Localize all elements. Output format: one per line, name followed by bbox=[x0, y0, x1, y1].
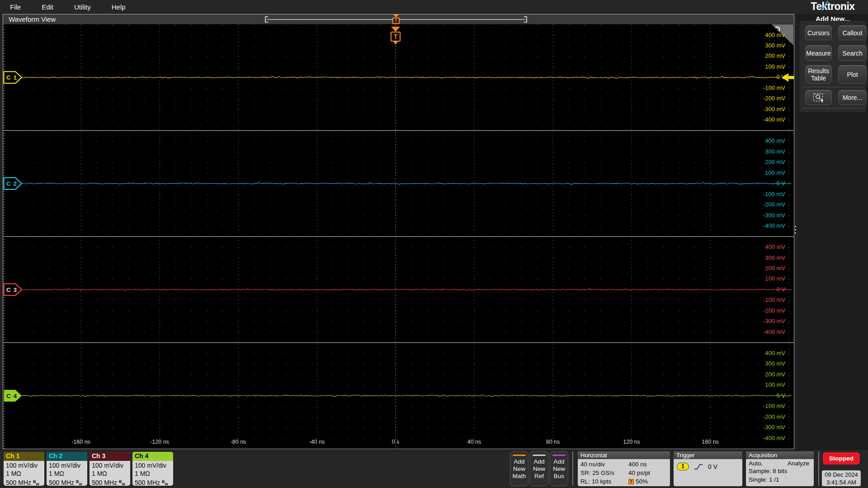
channel-badge-header: Ch 2 bbox=[47, 452, 87, 461]
settings-bar: Ch 1100 mV/div1 MΩ500 MHz BWCh 2100 mV/d… bbox=[0, 449, 868, 488]
x-scale-label: 120 ns bbox=[616, 439, 647, 445]
acquisition-sample: Sample: 8 bits bbox=[749, 467, 811, 475]
y-scale-label: -200 mV bbox=[745, 307, 785, 314]
y-scale-label: -400 mV bbox=[745, 435, 785, 441]
zoom-select-icon bbox=[813, 93, 825, 103]
channel-badge-1[interactable]: Ch 1100 mV/div1 MΩ500 MHz BW bbox=[4, 452, 44, 486]
acquisition-analyze: Analyze bbox=[788, 460, 809, 467]
channel-badge-4[interactable]: Ch 4100 mV/div1 MΩ500 MHz BW bbox=[132, 452, 173, 486]
y-scale-label: -100 mV bbox=[745, 296, 785, 303]
brand-logo-text: Te bbox=[811, 0, 821, 13]
bus-color-stripe bbox=[552, 455, 566, 456]
horizontal-row: SR: 25 GS/s40 ps/pt bbox=[580, 469, 667, 477]
minimap-left-bracket bbox=[265, 16, 268, 23]
add-new-ref-button[interactable]: Add New Ref bbox=[530, 451, 548, 486]
y-scale-label: -100 mV bbox=[745, 84, 785, 91]
zoom-select-button[interactable] bbox=[805, 90, 832, 105]
add-new-results-table-button[interactable]: Results Table bbox=[805, 65, 832, 84]
math-color-stripe bbox=[513, 455, 526, 456]
datetime-badge: 09 Dec 2024 3:41:54 AM bbox=[822, 470, 861, 486]
add-new-callout-button[interactable]: Callout bbox=[838, 25, 867, 40]
y-scale-label: -200 mV bbox=[745, 201, 785, 208]
x-scale-label: -40 ns bbox=[301, 439, 333, 445]
trigger-panel[interactable]: Trigger 1 0 V bbox=[674, 451, 742, 486]
bandwidth-limit-mark: BW bbox=[162, 481, 168, 486]
channel-badge-body: 100 mV/div1 MΩ500 MHz BW bbox=[4, 461, 44, 486]
channel-badge-2[interactable]: Ch 2100 mV/div1 MΩ500 MHz BW bbox=[47, 452, 87, 486]
x-scale-label: 40 ns bbox=[458, 439, 490, 445]
channel-bandwidth: 500 MHz BW bbox=[49, 478, 87, 486]
waveform-view-title: Waveform View bbox=[9, 15, 56, 23]
panel-resize-grip[interactable] bbox=[795, 226, 796, 235]
menu-item-help[interactable]: Help bbox=[112, 3, 126, 11]
add-new-math-button[interactable]: Add New Math bbox=[510, 451, 528, 486]
trigger-level-value: 0 V bbox=[708, 463, 717, 470]
channel-bandwidth: 500 MHz BW bbox=[6, 478, 44, 486]
y-scale-label: -300 mV bbox=[745, 212, 785, 219]
y-scale-label: 300 mV bbox=[745, 42, 785, 49]
horizontal-right-text: 50% bbox=[636, 477, 648, 486]
channel-impedance: 1 MΩ bbox=[92, 469, 130, 478]
bandwidth-limit-mark: BW bbox=[76, 481, 82, 486]
channel-bandwidth: 500 MHz BW bbox=[92, 478, 130, 486]
run-stop-status-button[interactable]: Stopped bbox=[823, 452, 860, 465]
x-scale-label: -160 ns bbox=[65, 439, 97, 445]
brand-logo: Tektronix bbox=[797, 0, 868, 13]
plot-grid bbox=[3, 24, 794, 449]
y-scale-label: 0 V bbox=[745, 74, 785, 80]
ref-color-stripe bbox=[533, 455, 546, 456]
trigger-position-flag[interactable]: T bbox=[390, 24, 401, 47]
horizontal-right-text: 400 ns bbox=[628, 460, 647, 469]
y-scale-label: 400 mV bbox=[745, 350, 785, 357]
add-new-plot-button[interactable]: Plot bbox=[838, 65, 867, 84]
acquisition-panel[interactable]: Acquisition Auto, Analyze Sample: 8 bits… bbox=[746, 451, 814, 486]
channel-badge-body: 100 mV/div1 MΩ500 MHz BW bbox=[132, 461, 173, 486]
add-new-bus-button[interactable]: Add New Bus bbox=[550, 451, 568, 486]
waveform-view: Waveform View T C 1C 2C 3C 4 T 400 mV300… bbox=[3, 14, 794, 449]
x-scale-label: 80 ns bbox=[537, 439, 569, 445]
y-scale-label: 200 mV bbox=[745, 52, 785, 59]
trigger-position-icon: T bbox=[628, 479, 634, 484]
y-scale-label: 300 mV bbox=[745, 148, 785, 155]
minimap-trigger-marker[interactable]: T bbox=[392, 14, 400, 24]
channel-impedance: 1 MΩ bbox=[6, 469, 44, 478]
y-scale-label: 400 mV bbox=[745, 244, 785, 250]
y-scale-label: -300 mV bbox=[745, 106, 785, 113]
horizontal-value-left: RL: 10 kpts bbox=[580, 477, 628, 486]
y-scale-label: 100 mV bbox=[745, 381, 785, 388]
channel-scale: 100 mV/div bbox=[135, 461, 173, 469]
horizontal-value-right: T50% bbox=[628, 477, 667, 486]
trigger-flag-pointer-icon bbox=[393, 42, 398, 45]
horizontal-panel[interactable]: Horizontal 40 ns/div400 nsSR: 25 GS/s40 … bbox=[578, 451, 670, 486]
trigger-flag-letter: T bbox=[391, 32, 401, 42]
y-scale-label: 0 V bbox=[745, 392, 785, 399]
add-new-measure-button[interactable]: Measure bbox=[805, 45, 832, 61]
waveform-plot[interactable]: C 1C 2C 3C 4 T 400 mV300 mV200 mV100 mV0… bbox=[3, 24, 794, 449]
acquisition-single: Single: 1 /1 bbox=[749, 475, 811, 484]
add-new-cursors-button[interactable]: Cursors bbox=[805, 25, 832, 40]
y-scale-label: 200 mV bbox=[745, 265, 785, 272]
channel-badge-header: Ch 4 bbox=[132, 452, 173, 461]
horizontal-position-minimap[interactable]: T bbox=[265, 14, 527, 24]
time-value: 3:41:54 AM bbox=[822, 479, 861, 486]
y-scale-label: -100 mV bbox=[745, 191, 785, 197]
separator bbox=[572, 451, 573, 486]
date-value: 09 Dec 2024 bbox=[822, 471, 861, 479]
waveform-view-titlebar[interactable]: Waveform View T bbox=[3, 14, 794, 24]
menu-item-file[interactable]: File bbox=[10, 3, 21, 11]
add-new-search-button[interactable]: Search bbox=[838, 45, 867, 61]
trigger-source-badge: 1 bbox=[677, 463, 689, 470]
channel-impedance: 1 MΩ bbox=[135, 469, 173, 478]
horizontal-value-right: 400 ns bbox=[628, 460, 667, 469]
menu-bar: FileEditUtilityHelp bbox=[0, 0, 868, 14]
channel-badge-3[interactable]: Ch 3100 mV/div1 MΩ500 MHz BW bbox=[90, 452, 130, 486]
minimap-trigger-triangle-icon bbox=[393, 14, 399, 18]
menu-item-utility[interactable]: Utility bbox=[74, 3, 91, 11]
y-scale-label: 100 mV bbox=[745, 275, 785, 282]
channel-impedance: 1 MΩ bbox=[49, 469, 87, 478]
menu-item-edit[interactable]: Edit bbox=[42, 3, 53, 11]
y-scale-label: 400 mV bbox=[745, 137, 785, 144]
y-scale-label: -400 mV bbox=[745, 328, 785, 335]
more-button[interactable]: More... bbox=[838, 90, 867, 105]
channel-bandwidth: 500 MHz BW bbox=[135, 478, 173, 486]
